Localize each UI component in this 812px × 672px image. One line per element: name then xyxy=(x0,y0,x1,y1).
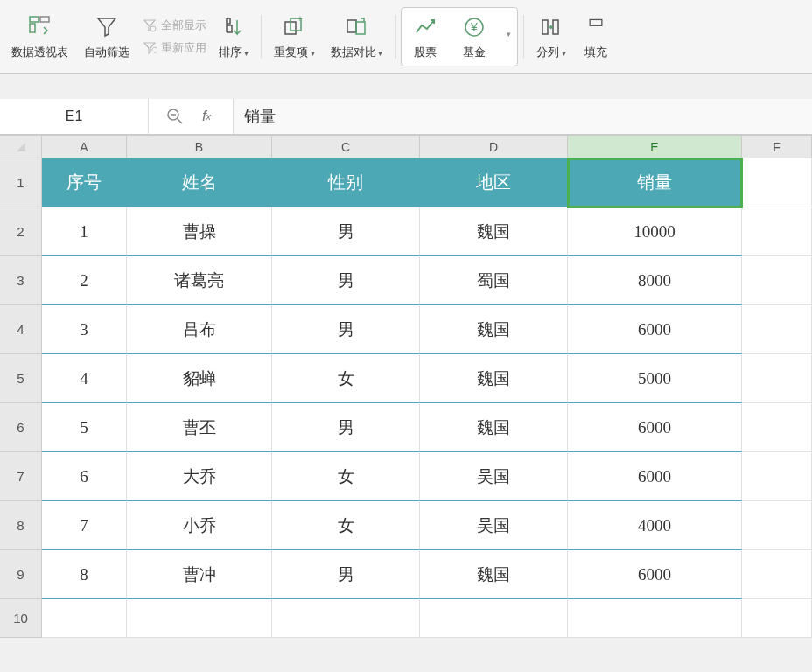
datatype-dropdown[interactable]: ▾ xyxy=(502,30,514,44)
funds-icon: ¥ xyxy=(460,13,488,41)
cell[interactable]: 3 xyxy=(42,305,127,354)
cell[interactable]: 女 xyxy=(272,452,420,501)
cell[interactable]: 6 xyxy=(42,452,127,501)
cell[interactable]: 吕布 xyxy=(127,305,272,354)
empty-cell[interactable] xyxy=(742,550,812,599)
cell[interactable]: 6000 xyxy=(568,550,742,599)
cell[interactable]: 曹丕 xyxy=(127,403,272,452)
cell[interactable]: 魏国 xyxy=(420,207,568,256)
empty-cell[interactable] xyxy=(742,599,812,638)
cell[interactable]: 女 xyxy=(272,354,420,403)
empty-cell[interactable] xyxy=(742,354,812,403)
row-header[interactable]: 2 xyxy=(0,207,42,256)
cell-reference-box[interactable]: E1 xyxy=(0,99,149,134)
fx-icon[interactable]: fx xyxy=(196,106,217,127)
compare-button[interactable]: 数据对比 xyxy=(324,9,390,65)
empty-cell[interactable] xyxy=(742,256,812,305)
pivot-table-button[interactable]: 数据透视表 xyxy=(4,9,75,65)
row-header[interactable]: 10 xyxy=(0,599,42,638)
duplicates-button[interactable]: + 重复项 xyxy=(267,9,322,65)
empty-cell[interactable] xyxy=(42,599,127,638)
formula-input[interactable] xyxy=(233,99,812,134)
fill-button[interactable]: 填充 xyxy=(575,9,617,65)
cell[interactable]: 8 xyxy=(42,550,127,599)
col-header-D[interactable]: D xyxy=(420,136,568,158)
cell[interactable]: 5 xyxy=(42,403,127,452)
cell[interactable]: 男 xyxy=(272,403,420,452)
cell[interactable]: 曹冲 xyxy=(127,550,272,599)
cell[interactable]: 6000 xyxy=(568,403,742,452)
header-cell-selected[interactable]: 销量 xyxy=(568,158,742,207)
datatype-box: 股票 ¥ 基金 ▾ xyxy=(401,7,518,66)
row-header[interactable]: 4 xyxy=(0,305,42,354)
cell[interactable]: 大乔 xyxy=(127,452,272,501)
cell[interactable]: 1 xyxy=(42,207,127,256)
autofilter-button[interactable]: 自动筛选 xyxy=(77,9,136,65)
empty-cell[interactable] xyxy=(742,207,812,256)
showall-button[interactable]: 全部显示 xyxy=(142,18,206,33)
formula-bar: E1 fx xyxy=(0,99,812,136)
header-cell[interactable]: 序号 xyxy=(42,158,127,207)
col-header-C[interactable]: C xyxy=(272,136,420,158)
cell[interactable]: 男 xyxy=(272,550,420,599)
row-header[interactable]: 5 xyxy=(0,354,42,403)
empty-cell[interactable] xyxy=(742,158,812,207)
row-header[interactable]: 6 xyxy=(0,403,42,452)
zoom-icon[interactable] xyxy=(164,106,186,127)
cell[interactable]: 吴国 xyxy=(420,452,568,501)
row-header[interactable]: 7 xyxy=(0,452,42,501)
stocks-button[interactable]: 股票 xyxy=(404,10,446,63)
cell[interactable]: 魏国 xyxy=(420,354,568,403)
header-cell[interactable]: 地区 xyxy=(420,158,568,207)
cell[interactable]: 蜀国 xyxy=(420,256,568,305)
header-cell[interactable]: 姓名 xyxy=(127,158,272,207)
col-header-F[interactable]: F xyxy=(742,136,812,158)
cell[interactable]: 女 xyxy=(272,501,420,550)
empty-cell[interactable] xyxy=(742,403,812,452)
empty-cell[interactable] xyxy=(127,599,272,638)
cell[interactable]: 魏国 xyxy=(420,305,568,354)
cell[interactable]: 5000 xyxy=(568,354,742,403)
empty-cell[interactable] xyxy=(742,501,812,550)
row-header-1[interactable]: 1 xyxy=(0,158,42,207)
cell[interactable]: 吴国 xyxy=(420,501,568,550)
cell[interactable]: 男 xyxy=(272,207,420,256)
select-all-corner[interactable] xyxy=(0,136,42,158)
sort-label: 排序 xyxy=(219,45,248,60)
text-to-columns-button[interactable]: 分列 xyxy=(529,9,573,65)
header-cell[interactable]: 性别 xyxy=(272,158,420,207)
svg-text:+: + xyxy=(298,15,303,24)
cell[interactable]: 2 xyxy=(42,256,127,305)
empty-cell[interactable] xyxy=(272,599,420,638)
cell[interactable]: 7 xyxy=(42,501,127,550)
col-header-E[interactable]: E xyxy=(568,136,742,158)
empty-cell[interactable] xyxy=(742,452,812,501)
cell[interactable]: 4 xyxy=(42,354,127,403)
row-header[interactable]: 9 xyxy=(0,550,42,599)
empty-cell[interactable] xyxy=(568,599,742,638)
col-header-A[interactable]: A xyxy=(42,136,127,158)
cell[interactable]: 小乔 xyxy=(127,501,272,550)
cell[interactable]: 6000 xyxy=(568,452,742,501)
funds-button[interactable]: ¥ 基金 xyxy=(453,10,495,63)
cell[interactable]: 诸葛亮 xyxy=(127,256,272,305)
col-header-B[interactable]: B xyxy=(127,136,272,158)
cell[interactable]: 貂蝉 xyxy=(127,354,272,403)
cell[interactable]: 10000 xyxy=(568,207,742,256)
sort-button[interactable]: 排序 xyxy=(212,9,256,65)
cell[interactable]: 6000 xyxy=(568,305,742,354)
pivot-label: 数据透视表 xyxy=(11,45,68,60)
row-header[interactable]: 3 xyxy=(0,256,42,305)
table-row: 6 5 曹丕 男 魏国 6000 xyxy=(0,403,812,452)
cell[interactable]: 男 xyxy=(272,256,420,305)
row-header[interactable]: 8 xyxy=(0,501,42,550)
cell[interactable]: 曹操 xyxy=(127,207,272,256)
reapply-button[interactable]: 重新应用 xyxy=(142,40,206,56)
cell[interactable]: 8000 xyxy=(568,256,742,305)
cell[interactable]: 4000 xyxy=(568,501,742,550)
empty-cell[interactable] xyxy=(420,599,568,638)
cell[interactable]: 男 xyxy=(272,305,420,354)
cell[interactable]: 魏国 xyxy=(420,403,568,452)
empty-cell[interactable] xyxy=(742,305,812,354)
cell[interactable]: 魏国 xyxy=(420,550,568,599)
